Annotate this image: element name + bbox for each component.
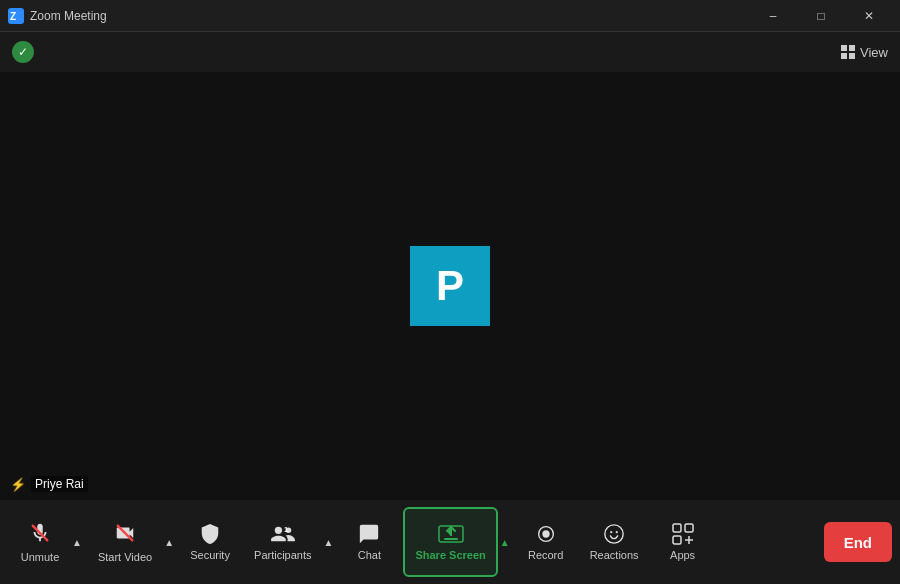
svg-rect-4: [841, 53, 847, 59]
security-group[interactable]: Security: [180, 507, 240, 577]
participant-name: Priye Rai: [31, 476, 88, 492]
security-button[interactable]: Security: [180, 507, 240, 577]
unmute-label: Unmute: [21, 551, 60, 563]
svg-rect-19: [673, 524, 681, 532]
svg-point-15: [542, 530, 549, 537]
video-icon-container: [113, 522, 137, 547]
muted-indicator-icon: ⚡: [10, 477, 26, 492]
security-icon: [199, 523, 221, 545]
apps-icon: [671, 523, 695, 545]
svg-rect-3: [849, 45, 855, 51]
share-screen-icon: [438, 523, 464, 545]
unmute-button[interactable]: Unmute: [10, 507, 70, 577]
video-chevron[interactable]: ▲: [162, 507, 176, 577]
mic-icon-container: [29, 522, 51, 547]
grid-icon: [841, 45, 855, 59]
chat-icon: [358, 523, 380, 545]
record-icon: [535, 523, 557, 545]
end-button[interactable]: End: [824, 522, 892, 562]
share-screen-button[interactable]: Share Screen: [403, 507, 497, 577]
name-tag: ⚡ Priye Rai: [10, 476, 88, 492]
security-label: Security: [190, 549, 230, 561]
reactions-button[interactable]: Reactions: [580, 507, 649, 577]
svg-rect-2: [841, 45, 847, 51]
window-controls[interactable]: – □ ✕: [750, 0, 892, 32]
toolbar: Unmute ▲ Start Video ▲ Security: [0, 500, 900, 584]
chat-button[interactable]: Chat: [339, 507, 399, 577]
participants-chevron[interactable]: ▲: [322, 507, 336, 577]
end-group[interactable]: End: [824, 522, 892, 562]
record-group[interactable]: Record: [516, 507, 576, 577]
unmute-chevron[interactable]: ▲: [70, 507, 84, 577]
svg-rect-5: [849, 53, 855, 59]
svg-point-16: [605, 525, 623, 543]
view-button[interactable]: View: [841, 45, 888, 60]
participants-icon: 1: [270, 523, 296, 545]
title-bar: Z Zoom Meeting – □ ✕: [0, 0, 900, 32]
close-button[interactable]: ✕: [846, 0, 892, 32]
participants-group[interactable]: 1 Participants ▲: [244, 507, 335, 577]
record-button[interactable]: Record: [516, 507, 576, 577]
minimize-button[interactable]: –: [750, 0, 796, 32]
svg-rect-20: [685, 524, 693, 532]
shield-icon: ✓: [12, 41, 34, 63]
svg-point-8: [275, 527, 282, 534]
chat-group[interactable]: Chat: [339, 507, 399, 577]
video-icon: [113, 522, 137, 544]
start-video-label: Start Video: [98, 551, 152, 563]
main-video-area: P ⚡ Priye Rai: [0, 72, 900, 500]
zoom-logo-icon: Z: [8, 8, 24, 24]
start-video-group[interactable]: Start Video ▲: [88, 507, 176, 577]
apps-button[interactable]: Apps: [653, 507, 713, 577]
unmute-group[interactable]: Unmute ▲: [10, 507, 84, 577]
svg-point-17: [610, 531, 612, 533]
svg-text:Z: Z: [10, 11, 16, 22]
mic-icon: [29, 522, 51, 544]
window-title: Zoom Meeting: [30, 9, 107, 23]
share-screen-chevron[interactable]: ▲: [498, 507, 512, 577]
participants-button[interactable]: 1 Participants: [244, 507, 321, 577]
record-label: Record: [528, 549, 563, 561]
reactions-icon: [603, 523, 625, 545]
reactions-group[interactable]: Reactions: [580, 507, 649, 577]
share-screen-label: Share Screen: [415, 549, 485, 561]
svg-rect-21: [673, 536, 681, 544]
reactions-label: Reactions: [590, 549, 639, 561]
apps-label: Apps: [670, 549, 695, 561]
title-bar-left: Z Zoom Meeting: [8, 8, 107, 24]
participant-avatar: P: [410, 246, 490, 326]
apps-group[interactable]: Apps: [653, 507, 713, 577]
svg-point-18: [616, 531, 618, 533]
start-video-button[interactable]: Start Video: [88, 507, 162, 577]
chat-label: Chat: [358, 549, 381, 561]
svg-rect-13: [444, 538, 458, 540]
share-screen-group[interactable]: Share Screen ▲: [403, 507, 511, 577]
top-bar: ✓ View: [0, 32, 900, 72]
svg-text:1: 1: [284, 525, 288, 534]
maximize-button[interactable]: □: [798, 0, 844, 32]
participants-label: Participants: [254, 549, 311, 561]
